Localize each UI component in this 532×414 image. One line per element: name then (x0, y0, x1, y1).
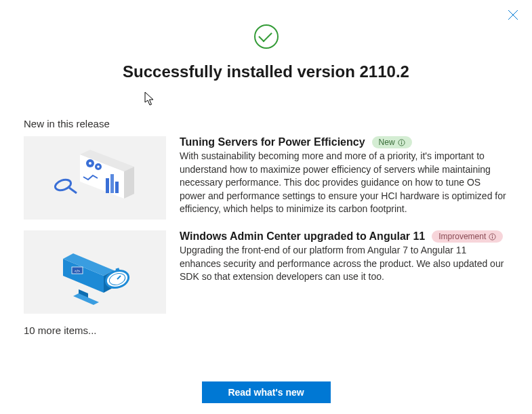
release-item-title: Tuning Servers for Power Efficiency (180, 136, 365, 148)
release-item-body: Tuning Servers for Power Efficiency New … (180, 136, 508, 220)
release-item-thumbnail (24, 136, 166, 220)
page-title: Successfully installed version 2110.2 (0, 62, 532, 81)
release-item-description: Upgrading the front-end of our platform … (180, 244, 508, 284)
svg-rect-6 (106, 178, 109, 193)
badge-label: New (379, 138, 395, 147)
header: Successfully installed version 2110.2 (0, 0, 532, 81)
release-item-title-row: Tuning Servers for Power Efficiency New (180, 136, 508, 148)
badge-label: Improvement (438, 232, 486, 241)
svg-point-9 (54, 178, 72, 192)
more-items-link[interactable]: 10 more items... (0, 325, 532, 336)
cursor-icon (144, 91, 157, 109)
release-item: </> Windows Admin Center upgraded to Ang… (24, 230, 508, 314)
svg-rect-8 (115, 182, 119, 193)
close-button[interactable] (508, 9, 521, 23)
svg-text:</>: </> (74, 269, 80, 273)
info-icon (489, 233, 496, 241)
badge-new: New (372, 136, 412, 148)
svg-point-21 (492, 234, 493, 235)
footer: Read what's new (0, 381, 532, 403)
release-item-title-row: Windows Admin Center upgraded to Angular… (180, 230, 508, 243)
svg-line-10 (69, 188, 77, 193)
angular-upgrade-illustration: </> (46, 239, 144, 306)
close-icon (508, 9, 518, 20)
svg-point-3 (89, 162, 91, 165)
server-efficiency-illustration (46, 144, 144, 212)
badge-improvement: Improvement (432, 230, 503, 243)
release-item-title: Windows Admin Center upgraded to Angular… (180, 230, 425, 243)
section-label: New in this release (0, 118, 532, 129)
release-item-description: With sustainability becoming more and mo… (180, 150, 508, 216)
release-item-body: Windows Admin Center upgraded to Angular… (180, 230, 508, 314)
release-items: Tuning Servers for Power Efficiency New … (0, 129, 532, 314)
read-whats-new-button[interactable]: Read what's new (202, 381, 331, 403)
svg-point-12 (401, 140, 401, 141)
svg-point-5 (97, 165, 100, 168)
success-check-icon (254, 24, 279, 49)
release-item: Tuning Servers for Power Efficiency New … (24, 136, 508, 220)
release-item-thumbnail: </> (24, 230, 166, 314)
info-icon (398, 139, 405, 146)
svg-rect-7 (110, 174, 114, 193)
